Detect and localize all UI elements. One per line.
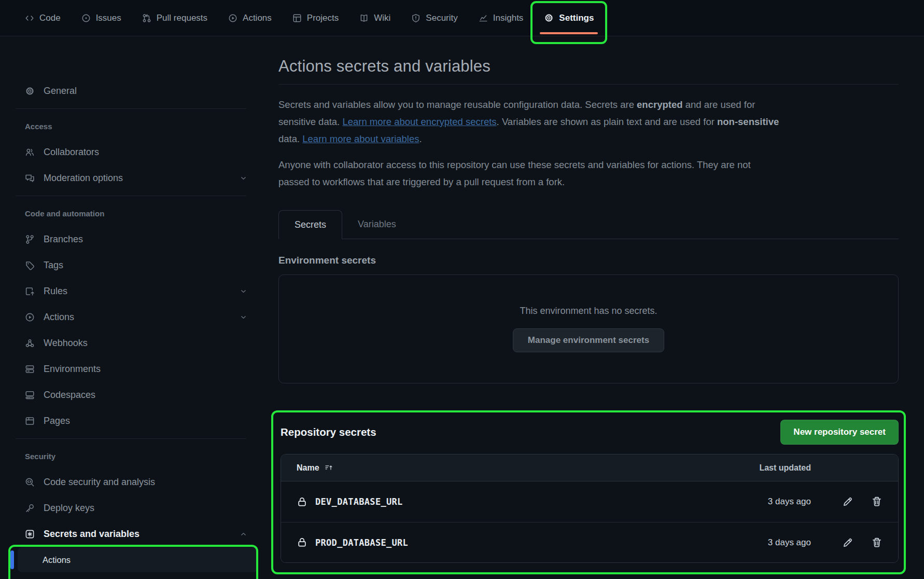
secrets-variables-tabstrip: Secrets Variables	[278, 210, 899, 239]
sidebar-item-deploy-keys[interactable]: Deploy keys	[0, 495, 262, 521]
new-repository-secret-button[interactable]: New repository secret	[780, 420, 899, 445]
column-header-name[interactable]: Name	[297, 463, 333, 473]
tab-label: Security	[426, 13, 457, 23]
secret-last-updated: 3 days ago	[768, 537, 811, 548]
secret-row-dev-database-url: DEV_DATABASE_URL 3 days ago	[281, 481, 898, 522]
intro-paragraph-2: Anyone with collaborator access to this …	[278, 156, 899, 190]
sidebar-item-collaborators[interactable]: Collaborators	[0, 139, 262, 165]
repository-secrets-table: Name Last updated DEV_DATABASE_URL 3 day…	[281, 454, 899, 563]
browser-icon	[25, 416, 35, 426]
branch-icon	[25, 235, 35, 244]
tab-pull-requests[interactable]: Pull requests	[135, 0, 215, 36]
tab-secrets[interactable]: Secrets	[278, 210, 342, 239]
sidebar-item-pages[interactable]: Pages	[0, 408, 262, 434]
active-tab-underline	[540, 32, 598, 34]
intro-bold-non-sensitive: non-sensitive	[717, 116, 779, 127]
sidebar-item-moderation-options[interactable]: Moderation options	[0, 165, 262, 191]
sidebar-item-environments[interactable]: Environments	[0, 356, 262, 382]
sidebar-divider	[16, 196, 246, 196]
sidebar-item-actions[interactable]: Actions	[0, 304, 262, 330]
sidebar-item-rules[interactable]: Rules	[0, 278, 262, 304]
play-circle-icon	[228, 13, 237, 23]
intro-text: and are used for	[683, 99, 755, 110]
gear-icon	[25, 86, 35, 96]
tab-label: Wiki	[374, 13, 390, 23]
tab-settings[interactable]: Settings	[537, 0, 601, 36]
tab-code[interactable]: Code	[18, 0, 68, 36]
tab-security[interactable]: Security	[404, 0, 465, 36]
codespaces-icon	[25, 390, 35, 400]
sidebar-subitem-label: Actions	[43, 555, 71, 565]
edit-secret-icon[interactable]	[842, 496, 853, 507]
sidebar-item-webhooks[interactable]: Webhooks	[0, 330, 262, 356]
main-content: Actions secrets and variables Secrets an…	[262, 36, 924, 579]
sidebar-section-code-automation: Code and automation	[0, 200, 262, 226]
environment-secrets-box: This environment has no secrets. Manage …	[278, 274, 899, 383]
tab-label: Issues	[96, 13, 121, 23]
edit-secret-icon[interactable]	[842, 537, 853, 548]
tag-icon	[25, 260, 35, 270]
tab-label: Projects	[307, 13, 339, 23]
sidebar-item-label: Collaborators	[44, 147, 99, 158]
webhook-icon	[25, 338, 35, 348]
environment-secrets-heading: Environment secrets	[278, 255, 899, 266]
asterisk-box-icon	[25, 529, 35, 539]
people-icon	[25, 147, 35, 157]
tab-insights[interactable]: Insights	[471, 0, 531, 36]
table-header-row: Name Last updated	[281, 454, 898, 481]
secret-name-cell: PROD_DATABASE_URL	[297, 537, 408, 548]
graph-icon	[479, 13, 488, 23]
tab-projects[interactable]: Projects	[285, 0, 346, 36]
tab-label: Insights	[493, 13, 524, 23]
sidebar-item-codespaces[interactable]: Codespaces	[0, 382, 262, 408]
secret-name: DEV_DATABASE_URL	[315, 497, 403, 507]
table-icon	[292, 13, 302, 23]
sidebar-divider	[16, 438, 246, 439]
key-icon	[25, 503, 35, 513]
sidebar-item-branches[interactable]: Branches	[0, 226, 262, 252]
secret-row-prod-database-url: PROD_DATABASE_URL 3 days ago	[281, 522, 898, 562]
intro-bold-encrypted: encrypted	[637, 99, 682, 110]
secret-last-updated: 3 days ago	[768, 497, 811, 507]
sidebar-item-label: Moderation options	[44, 173, 123, 184]
tab-variables[interactable]: Variables	[342, 210, 412, 239]
sidebar-subitem-codespaces[interactable]: Codespaces	[18, 573, 258, 579]
sidebar-item-secrets-and-variables[interactable]: Secrets and variables	[0, 521, 262, 547]
sidebar-item-label: Environments	[44, 364, 101, 375]
rules-icon	[25, 286, 35, 296]
sidebar-item-label: Pages	[44, 416, 70, 426]
sidebar-item-tags[interactable]: Tags	[0, 252, 262, 278]
sidebar-section-security: Security	[0, 443, 262, 469]
secret-name-cell: DEV_DATABASE_URL	[297, 497, 403, 507]
chevron-down-icon	[240, 287, 247, 295]
lock-icon	[297, 497, 307, 507]
link-encrypted-secrets[interactable]: Learn more about encrypted secrets	[342, 116, 496, 127]
server-icon	[25, 364, 35, 374]
repository-secrets-header: Repository secrets New repository secret	[281, 420, 899, 445]
tab-actions[interactable]: Actions	[221, 0, 279, 36]
tab-label: Code	[39, 13, 61, 23]
title-divider	[278, 84, 899, 85]
delete-secret-icon[interactable]	[871, 537, 883, 548]
selected-indicator-bar	[10, 550, 14, 569]
intro-text: data.	[278, 133, 302, 144]
tab-issues[interactable]: Issues	[74, 0, 129, 36]
code-scan-icon	[25, 477, 35, 487]
link-variables[interactable]: Learn more about variables	[302, 133, 419, 144]
intro-text: passed to workflows that are triggered b…	[278, 176, 565, 187]
sidebar-item-label: Actions	[44, 312, 74, 323]
delete-secret-icon[interactable]	[871, 496, 883, 507]
sidebar-divider	[16, 108, 246, 109]
manage-environment-secrets-button[interactable]: Manage environment secrets	[513, 328, 664, 352]
environment-empty-message: This environment has no secrets.	[520, 306, 657, 316]
sidebar-item-label: Codespaces	[44, 390, 95, 401]
play-circle-icon	[25, 312, 35, 322]
gear-icon	[544, 13, 554, 23]
sidebar-subitem-actions[interactable]: Actions	[18, 547, 258, 572]
secret-name: PROD_DATABASE_URL	[315, 537, 408, 548]
lock-icon	[297, 537, 307, 548]
sidebar-item-general[interactable]: General	[0, 78, 262, 104]
tab-label: Actions	[243, 13, 272, 23]
sidebar-item-code-security[interactable]: Code security and analysis	[0, 469, 262, 495]
tab-wiki[interactable]: Wiki	[352, 0, 398, 36]
